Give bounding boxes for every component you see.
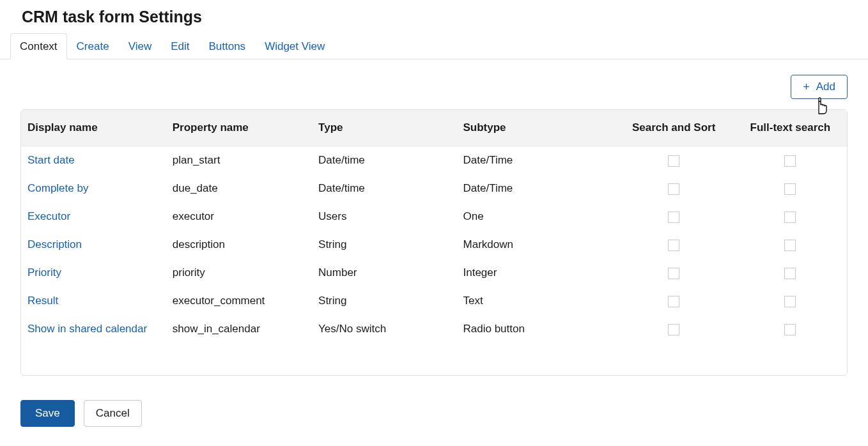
fulltext-checkbox[interactable] xyxy=(784,324,796,335)
property-name-cell: priority xyxy=(166,259,312,287)
search-sort-checkbox[interactable] xyxy=(668,155,679,167)
cancel-button[interactable]: Cancel xyxy=(84,400,142,427)
display-name-link[interactable]: Description xyxy=(27,238,82,250)
toolbar: + Add xyxy=(20,59,848,107)
col-search-sort: Search and Sort xyxy=(614,110,734,146)
search-sort-checkbox[interactable] xyxy=(668,296,679,307)
subtype-cell: Integer xyxy=(457,259,614,287)
fulltext-checkbox[interactable] xyxy=(784,183,796,195)
add-button-label: Add xyxy=(816,81,835,93)
search-sort-checkbox[interactable] xyxy=(668,268,679,279)
col-type: Type xyxy=(312,110,456,146)
tab-widget-view[interactable]: Widget View xyxy=(255,33,334,59)
property-name-cell: executor xyxy=(166,203,312,231)
table-row: Resultexecutor_commentStringText xyxy=(21,287,847,315)
display-name-link[interactable]: Priority xyxy=(27,266,61,279)
col-fulltext: Full-text search xyxy=(734,110,847,146)
search-sort-checkbox[interactable] xyxy=(668,211,679,223)
subtype-cell: Radio button xyxy=(457,315,614,343)
save-button[interactable]: Save xyxy=(20,400,75,427)
col-subtype: Subtype xyxy=(457,110,614,146)
dialog-title: CRM task form Settings xyxy=(20,8,202,26)
type-cell: Yes/No switch xyxy=(312,315,456,343)
subtype-cell: One xyxy=(457,203,614,231)
fields-panel: Display name Property name Type Subtype … xyxy=(20,109,848,376)
search-sort-checkbox[interactable] xyxy=(668,324,679,335)
subtype-cell: Text xyxy=(457,287,614,315)
fields-table: Display name Property name Type Subtype … xyxy=(21,110,847,343)
dialog-header: CRM task form Settings xyxy=(20,8,848,30)
dialog-title-actions xyxy=(837,11,848,24)
display-name-link[interactable]: Show in shared calendar xyxy=(27,323,147,335)
tab-context[interactable]: Context xyxy=(10,33,67,59)
table-row: Start dateplan_startDate/timeDate/Time xyxy=(21,146,847,175)
tab-buttons[interactable]: Buttons xyxy=(199,33,255,59)
tab-edit[interactable]: Edit xyxy=(161,33,199,59)
table-header-row: Display name Property name Type Subtype … xyxy=(21,110,847,146)
subtype-cell: Markdown xyxy=(457,231,614,259)
property-name-cell: show_in_calendar xyxy=(166,315,312,343)
property-name-cell: plan_start xyxy=(166,146,312,175)
table-row: PrioritypriorityNumberInteger xyxy=(21,259,847,287)
property-name-cell: executor_comment xyxy=(166,287,312,315)
settings-dialog: CRM task form Settings Context Create Vi… xyxy=(0,0,868,440)
search-sort-checkbox[interactable] xyxy=(668,240,679,251)
tab-view[interactable]: View xyxy=(119,33,162,59)
subtype-cell: Date/Time xyxy=(457,174,614,203)
property-name-cell: description xyxy=(166,231,312,259)
type-cell: Date/time xyxy=(312,174,456,203)
col-display-name: Display name xyxy=(21,110,166,146)
type-cell: String xyxy=(312,231,456,259)
fulltext-checkbox[interactable] xyxy=(784,268,796,279)
table-row: DescriptiondescriptionStringMarkdown xyxy=(21,231,847,259)
type-cell: Users xyxy=(312,203,456,231)
table-row: ExecutorexecutorUsersOne xyxy=(21,203,847,231)
subtype-cell: Date/Time xyxy=(457,146,614,175)
fulltext-checkbox[interactable] xyxy=(784,240,796,251)
type-cell: String xyxy=(312,287,456,315)
plus-icon: + xyxy=(803,81,810,93)
tab-create[interactable]: Create xyxy=(67,33,119,59)
dialog-footer: Save Cancel xyxy=(20,376,848,427)
tab-bar: Context Create View Edit Buttons Widget … xyxy=(0,33,868,59)
fulltext-checkbox[interactable] xyxy=(784,211,796,223)
display-name-link[interactable]: Executor xyxy=(27,210,70,222)
table-row: Show in shared calendarshow_in_calendarY… xyxy=(21,315,847,343)
table-row: Complete bydue_dateDate/timeDate/Time xyxy=(21,174,847,203)
display-name-link[interactable]: Result xyxy=(27,295,58,307)
col-property-name: Property name xyxy=(166,110,312,146)
fulltext-checkbox[interactable] xyxy=(784,296,796,307)
search-sort-checkbox[interactable] xyxy=(668,183,679,195)
add-button[interactable]: + Add xyxy=(791,75,848,99)
display-name-link[interactable]: Start date xyxy=(27,154,75,166)
type-cell: Date/time xyxy=(312,146,456,175)
type-cell: Number xyxy=(312,259,456,287)
fulltext-checkbox[interactable] xyxy=(784,155,796,167)
property-name-cell: due_date xyxy=(166,174,312,203)
display-name-link[interactable]: Complete by xyxy=(27,182,88,194)
